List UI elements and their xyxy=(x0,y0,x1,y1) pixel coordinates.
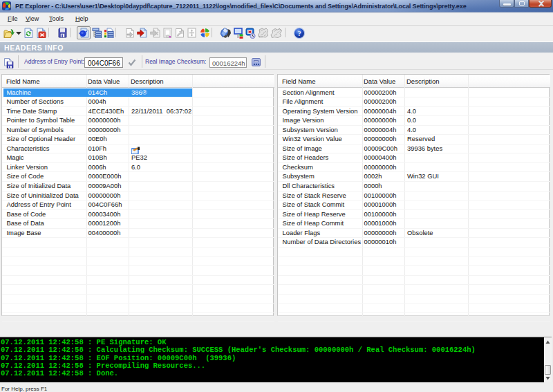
svg-text:?: ? xyxy=(297,30,301,37)
